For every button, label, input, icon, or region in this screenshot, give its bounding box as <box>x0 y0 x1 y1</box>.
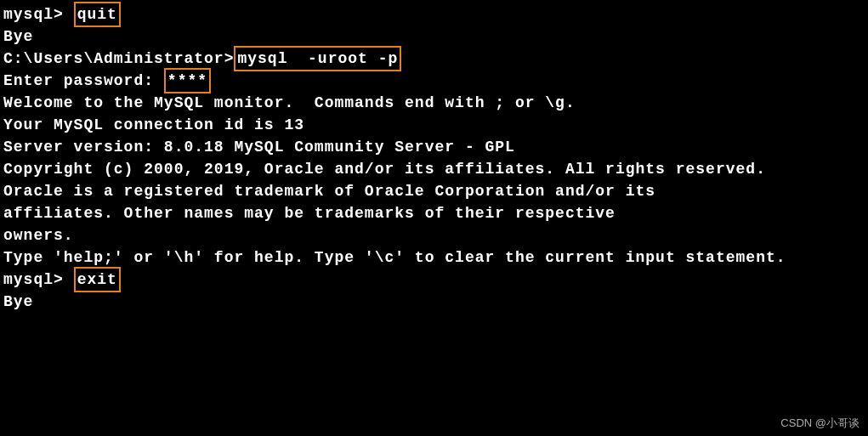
terminal-line: Enter password: **** <box>3 70 865 92</box>
terminal-line: Welcome to the MySQL monitor. Commands e… <box>3 92 865 114</box>
terminal-line: Your MySQL connection id is 13 <box>3 114 865 136</box>
terminal-line: Server version: 8.0.18 MySQL Community S… <box>3 136 865 158</box>
terminal-line: C:\Users\Administrator>mysql -uroot -p <box>3 48 865 70</box>
terminal-line: Oracle is a registered trademark of Orac… <box>3 180 865 202</box>
exit-command-highlight: exit <box>74 267 121 292</box>
mysql-prompt: mysql> <box>3 6 74 23</box>
terminal-line: Bye <box>3 25 865 48</box>
watermark: CSDN @小哥谈 <box>780 416 859 431</box>
shell-prompt: C:\Users\Administrator> <box>3 50 234 67</box>
terminal-line: mysql> quit <box>3 3 865 25</box>
terminal-line: mysql> exit <box>3 269 865 291</box>
terminal-line: owners. <box>3 224 865 246</box>
mysql-prompt: mysql> <box>3 271 74 288</box>
password-label: Enter password: <box>3 72 164 89</box>
terminal-line: Type 'help;' or '\h' for help. Type '\c'… <box>3 246 865 269</box>
terminal-line: affiliates. Other names may be trademark… <box>3 202 865 224</box>
terminal-line: Copyright (c) 2000, 2019, Oracle and/or … <box>3 158 865 180</box>
quit-command-highlight: quit <box>74 2 121 27</box>
terminal-line: Bye <box>3 291 865 313</box>
password-highlight: **** <box>164 68 211 93</box>
mysql-login-command-highlight: mysql -uroot -p <box>234 46 401 71</box>
